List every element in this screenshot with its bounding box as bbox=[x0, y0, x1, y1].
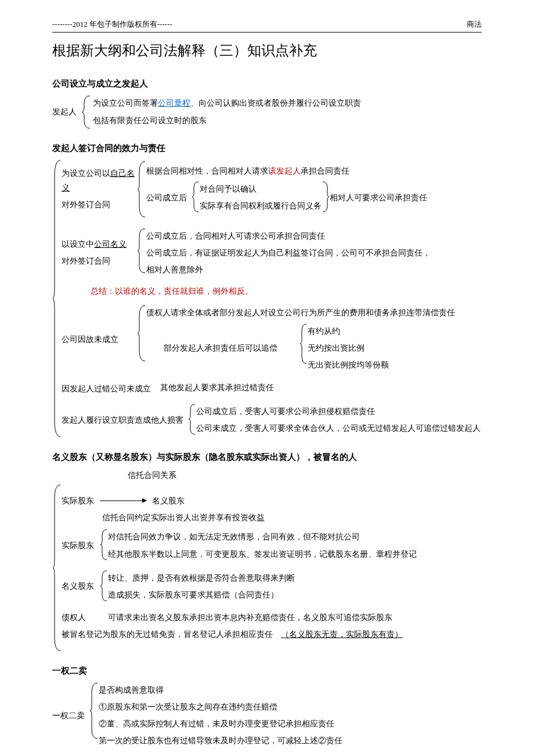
brace-icon bbox=[137, 304, 146, 375]
sec4-i4: 第一次的受让股东也有过错导致未及时办理登记，可减轻上述②责任 bbox=[99, 733, 342, 748]
text: 、向公司认购出资或者股份并履行公司设立职责 bbox=[190, 99, 361, 107]
brace-icon bbox=[188, 403, 196, 437]
g1-r2-tail: 相对人可要求公司承担责任 bbox=[330, 181, 432, 214]
sec1-title: 公司设立与成立之发起人 bbox=[52, 75, 482, 91]
brace-icon bbox=[137, 160, 146, 218]
text: 根据合同相对性，合同相对人请求 bbox=[146, 167, 268, 175]
page-header: --------2012 年包子制作版权所有------ 商法 bbox=[52, 17, 482, 33]
g5-r2: 公司未成立，受害人可要求全体合伙人，公司或无过错发起人可追偿过错发起人 bbox=[196, 421, 481, 435]
brace-icon bbox=[192, 181, 200, 214]
text: 被冒名登记为股东的无过错免责，冒名登记人承担相应责任 bbox=[62, 630, 281, 639]
ul-text: （名义股东无责，实际股东有责） bbox=[281, 630, 403, 639]
trust-arrow-row: 实际股东 名义股东 bbox=[62, 494, 417, 508]
b-label: 名义股东 bbox=[62, 570, 100, 603]
brace-icon bbox=[322, 181, 330, 214]
g3-r1: 债权人请求全体或者部分发起人对设立公司行为所产生的费用和债务承担连带清偿责任 bbox=[146, 305, 455, 320]
brace-icon bbox=[100, 570, 108, 603]
g3-r2-2: 无约按出资比例 bbox=[308, 341, 389, 355]
g2-r2: 公司成立后，有证据证明发起人为自己利益签订合同，公司可不承担合同责任， bbox=[146, 246, 431, 260]
g1-r2-1: 对合同予以确认 bbox=[200, 182, 322, 196]
sec1-label: 发起人 bbox=[52, 95, 81, 129]
g3-r2-label: 部分发起人承担责任后可以追偿 bbox=[146, 323, 282, 374]
g3-r2-1: 有约从约 bbox=[308, 324, 389, 339]
sec4-title: 一权二卖 bbox=[52, 663, 482, 678]
link-text: 公司章程 bbox=[158, 99, 190, 107]
header-left: --------2012 年包子制作版权所有------ bbox=[52, 17, 172, 31]
sec4-i1: 是否构成善意取得 bbox=[99, 683, 342, 697]
sec4-label: 一权二卖 bbox=[52, 682, 89, 750]
brace-icon bbox=[300, 323, 308, 374]
text: 承担合同责任 bbox=[301, 167, 349, 175]
sec4-i2: ①原股东和第一次受让股东之间存在违约责任赔偿 bbox=[99, 700, 342, 714]
brace-icon bbox=[89, 682, 99, 750]
a-2: 经其他股东半数以上同意，可变更股东、签发出资证明书，记载股东名册、章程并登记 bbox=[108, 547, 417, 561]
g2-r3: 相对人善意除外 bbox=[146, 262, 431, 277]
ul-text: 公司名义 bbox=[94, 240, 127, 249]
g4-r: 其他发起人要求其承担过错责任 bbox=[160, 380, 274, 397]
c-label: 债权人 bbox=[62, 610, 108, 625]
g2-l1: 以设立中公司名义 bbox=[62, 237, 137, 251]
arrow-icon bbox=[100, 501, 146, 501]
sec1-item2: 包括有限责任公司设立时的股东 bbox=[93, 113, 361, 128]
actual-sh: 实际股东 bbox=[62, 494, 94, 508]
g1-l2: 对外签订合同 bbox=[62, 197, 137, 212]
g4-l: 因发起人过错公司未成立 bbox=[62, 381, 160, 396]
brace-icon bbox=[137, 228, 146, 279]
sec3-title: 名义股东（又称显名股东）与实际股东（隐名股东或实际出资人），被冒名的人 bbox=[52, 449, 482, 465]
sec2-title: 发起人签订合同的效力与责任 bbox=[52, 140, 482, 156]
g3-r2-3: 无出资比例按均等份额 bbox=[308, 358, 389, 372]
header-right: 商法 bbox=[467, 17, 482, 31]
trust-desc: 信托合同约定实际出资人出资并享有投资收益 bbox=[62, 510, 417, 525]
c-text: 可请求未出资名义股东承担出资本息内补充赔偿责任，名义股东可追偿实际股东 bbox=[108, 610, 392, 625]
brace-icon bbox=[100, 528, 108, 562]
text: 以设立中 bbox=[62, 240, 94, 249]
nominal-sh: 名义股东 bbox=[152, 494, 185, 508]
g2-r1: 公司成立后，合同相对人可请求公司承担合同责任 bbox=[146, 229, 431, 243]
b-2: 造成损失，实际股东可要求其赔偿（合同责任） bbox=[108, 588, 295, 602]
brace-icon bbox=[52, 159, 62, 438]
text: 为设立公司以 bbox=[62, 169, 110, 178]
g1-l1: 为设立公司以自己名义 bbox=[62, 166, 137, 195]
doc-title: 根据新大纲和公司法解释（三）知识点补充 bbox=[52, 38, 482, 63]
g3-l: 公司因故未成立 bbox=[62, 332, 137, 347]
sec1-item1: 为设立公司而签署公司章程、向公司认购出资或者股份并履行公司设立职责 bbox=[93, 96, 361, 110]
sec4-i3: ②董、高或实际控制人有过错，未及时办理变更登记承担相应责任 bbox=[99, 717, 342, 731]
a-label: 实际股东 bbox=[62, 528, 100, 562]
b-1: 转让、质押，是否有效根据是否符合善意取得来判断 bbox=[108, 571, 295, 585]
g1-r2-2: 实际享有合同权利或履行合同义务 bbox=[200, 199, 322, 213]
g1-r1: 根据合同相对性，合同相对人请求该发起人承担合同责任 bbox=[146, 164, 432, 178]
g5-l: 发起人履行设立职责造成他人损害 bbox=[62, 403, 188, 437]
red-text: 该发起人 bbox=[268, 167, 301, 175]
brace-icon bbox=[52, 484, 62, 652]
brace-icon bbox=[81, 95, 93, 129]
d-row: 被冒名登记为股东的无过错免责，冒名登记人承担相应责任 （名义股东无责，实际股东有… bbox=[62, 627, 417, 642]
g5-r1: 公司成立后，受害人可要求公司承担侵权赔偿责任 bbox=[196, 404, 481, 419]
summary: 总结：以谁的名义，责任就归谁，例外相反。 bbox=[62, 284, 481, 298]
text: 为设立公司而签署 bbox=[93, 99, 158, 107]
g1-r2-label: 公司成立后 bbox=[146, 181, 192, 214]
g2-l2: 对外签订合同 bbox=[62, 254, 137, 268]
trust-label: 信托合同关系 bbox=[52, 468, 482, 483]
a-1: 对信托合同效力争议，如无法定无效情形，合同有效，但不能对抗公司 bbox=[108, 530, 417, 544]
